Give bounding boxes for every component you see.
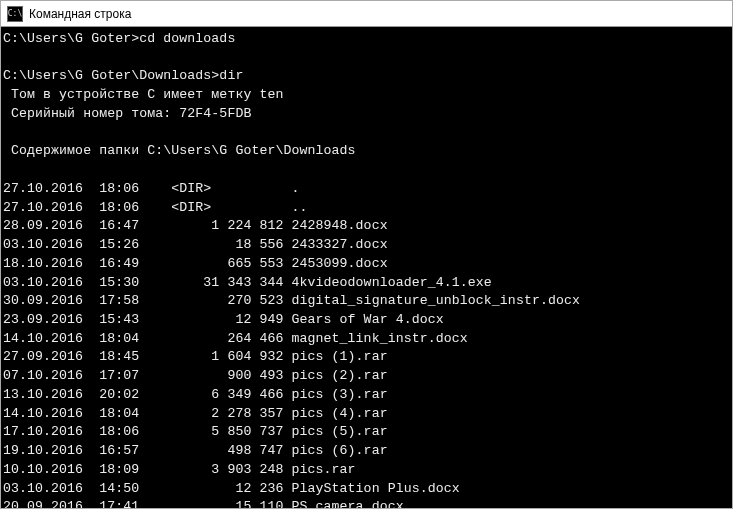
cmd-icon: C:\: [7, 6, 23, 22]
console-output[interactable]: C:\Users\G Goter>cd downloads C:\Users\G…: [1, 27, 732, 508]
command-prompt-window: C:\ Командная строка C:\Users\G Goter>cd…: [0, 0, 733, 509]
titlebar[interactable]: C:\ Командная строка: [1, 1, 732, 27]
window-title: Командная строка: [29, 7, 131, 21]
